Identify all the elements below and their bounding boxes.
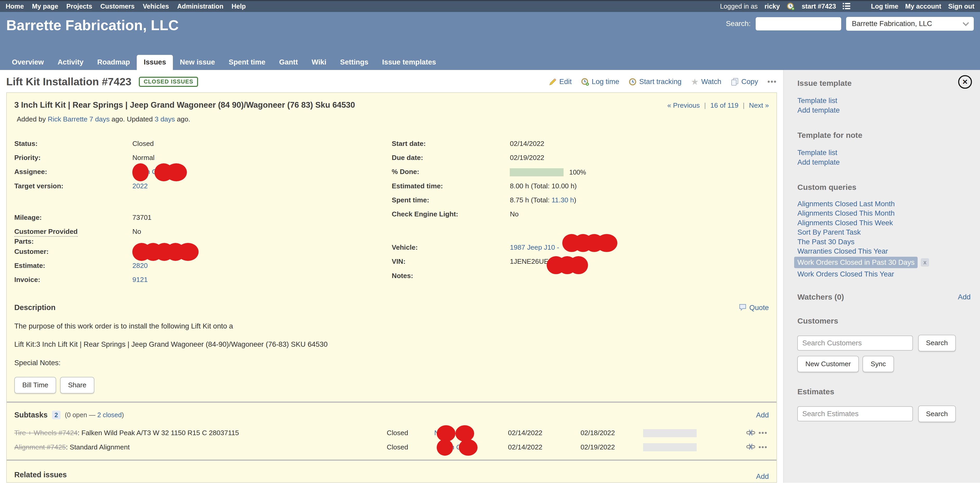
- subtasks-summary-text: ): [122, 411, 124, 419]
- subtask-text: : Falken Wild Peak A/T3 W 32 1150 R15 C …: [78, 429, 239, 437]
- search-estimates-input[interactable]: [797, 406, 913, 421]
- subtask-start-date: 02/14/2022: [508, 443, 581, 451]
- log-time-link[interactable]: Log time: [871, 3, 898, 10]
- query-link[interactable]: Alignments Closed This Week: [797, 218, 892, 228]
- topmenu-projects[interactable]: Projects: [66, 3, 92, 10]
- sync-button[interactable]: Sync: [862, 356, 894, 373]
- watch-button[interactable]: ★ Watch: [691, 78, 721, 86]
- quote-link[interactable]: Quote: [739, 303, 769, 312]
- due-date-label: Due date:: [392, 153, 510, 162]
- search-customers-button[interactable]: Search: [918, 335, 956, 351]
- description-header: Description Quote: [14, 303, 769, 312]
- copy-button[interactable]: Copy: [731, 78, 758, 86]
- pagination-position: 16 of 119: [710, 102, 738, 110]
- topmenu-customers[interactable]: Customers: [100, 3, 135, 10]
- log-time-button[interactable]: Log time: [581, 78, 619, 86]
- start-tracker-link[interactable]: start #7423: [802, 3, 836, 10]
- tab-spent-time[interactable]: Spent time: [222, 55, 272, 70]
- priority-label: Priority:: [14, 153, 132, 162]
- total-spent-time-link[interactable]: 11.30 h: [552, 196, 574, 204]
- new-customer-button[interactable]: New Customer: [797, 356, 859, 373]
- tab-gantt[interactable]: Gantt: [272, 55, 305, 70]
- unlink-icon[interactable]: [746, 443, 754, 451]
- topmenu-help[interactable]: Help: [232, 3, 246, 10]
- vin-label: VIN:: [392, 257, 510, 266]
- redaction-blob: [569, 256, 588, 274]
- more-actions-button[interactable]: •••: [767, 78, 777, 86]
- add-watcher-link[interactable]: Add: [958, 293, 972, 301]
- spent-time-label: Spent time:: [392, 195, 510, 205]
- redaction-blob: [596, 234, 617, 252]
- subtask-link[interactable]: Alignment #7425: [14, 443, 66, 451]
- tab-activity[interactable]: Activity: [51, 55, 91, 70]
- query-link[interactable]: The Past 30 Days: [797, 237, 854, 247]
- remove-query-button[interactable]: x: [921, 258, 929, 266]
- time-tracker-clock-icon[interactable]: [787, 2, 795, 10]
- previous-link[interactable]: « Previous: [667, 102, 700, 110]
- unlink-icon[interactable]: [746, 429, 754, 437]
- subtasks-summary: (0 open — 2 closed): [65, 411, 124, 419]
- add-subtask-link[interactable]: Add: [756, 411, 769, 419]
- topmenu-home[interactable]: Home: [6, 3, 24, 10]
- query-link[interactable]: Work Orders Closed This Year: [797, 269, 894, 279]
- added-ago-link[interactable]: 7 days: [89, 115, 110, 123]
- topmenu-vehicles[interactable]: Vehicles: [143, 3, 169, 10]
- subtask-link[interactable]: Tire + Wheels #7424: [14, 429, 78, 437]
- tab-roadmap[interactable]: Roadmap: [91, 55, 137, 70]
- query-link[interactable]: Alignments Closed Last Month: [797, 199, 895, 209]
- tab-settings[interactable]: Settings: [333, 55, 375, 70]
- tab-issues[interactable]: Issues: [137, 55, 173, 70]
- template-list-link[interactable]: Template list: [797, 96, 837, 105]
- start-tracking-button[interactable]: Start tracking: [628, 78, 682, 86]
- author-link[interactable]: Rick Barrette: [48, 115, 88, 123]
- search-customers-input[interactable]: [797, 336, 913, 351]
- vin-value: 1JENE26UE: [510, 257, 588, 266]
- issue-subject: 3 Inch Lift Kit | Rear Springs | Jeep Gr…: [14, 100, 355, 110]
- share-button[interactable]: Share: [60, 377, 94, 394]
- note-add-template-link[interactable]: Add template: [797, 157, 840, 167]
- tab-issue-templates[interactable]: Issue templates: [375, 55, 443, 70]
- topmenu-administration[interactable]: Administration: [177, 3, 223, 10]
- updated-ago-link[interactable]: 3 days: [155, 115, 175, 123]
- search-estimates-button[interactable]: Search: [918, 405, 956, 422]
- status-badge: CLOSED ISSUES: [139, 77, 198, 87]
- notes-label: Notes:: [392, 271, 510, 281]
- query-link[interactable]: Warranties Closed This Year: [797, 247, 888, 256]
- redaction-blob: [437, 439, 453, 456]
- tab-new-issue[interactable]: New issue: [173, 55, 222, 70]
- subtasks-header: Subtasks 2 (0 open — 2 closed) Add: [14, 411, 769, 419]
- status-value: Closed: [132, 139, 154, 148]
- query-link[interactable]: Alignments Closed This Month: [797, 209, 894, 218]
- done-label: % Done:: [392, 167, 510, 176]
- subtask-more-button[interactable]: •••: [759, 429, 768, 437]
- add-related-issue-link[interactable]: Add: [756, 472, 769, 481]
- watchers-header: Watchers (0) Add: [797, 293, 972, 301]
- invoice-link[interactable]: 9121: [132, 276, 148, 284]
- project-select[interactable]: Barrette Fabrication, LLC: [846, 17, 974, 31]
- next-link[interactable]: Next »: [749, 102, 768, 110]
- sign-out-link[interactable]: Sign out: [948, 3, 974, 10]
- edit-button[interactable]: Edit: [549, 78, 572, 86]
- note-template-list-link[interactable]: Template list: [797, 148, 837, 157]
- customer-provided-parts-label-line2: Parts:: [14, 238, 34, 245]
- tab-overview[interactable]: Overview: [5, 55, 51, 70]
- description-line: The purpose of this work order is to ins…: [14, 322, 769, 330]
- selected-query-row: Work Orders Closed in Past 30 Days x: [797, 257, 929, 268]
- subtask-more-button[interactable]: •••: [759, 443, 768, 451]
- tab-wiki[interactable]: Wiki: [305, 55, 333, 70]
- closed-subtasks-link[interactable]: 2 closed: [97, 411, 122, 419]
- add-template-link[interactable]: Add template: [797, 105, 840, 115]
- spent-time-value: 8.75 h (Total: 11.30 h): [510, 195, 576, 205]
- vehicle-link[interactable]: 1987 Jeep J10 -: [510, 244, 559, 251]
- my-account-link[interactable]: My account: [905, 3, 941, 10]
- tracker-menu-icon[interactable]: [843, 2, 851, 10]
- target-version-link[interactable]: 2022: [132, 182, 148, 190]
- estimate-link[interactable]: 2820: [132, 261, 148, 269]
- pagination-separator: |: [704, 102, 706, 110]
- bill-time-button[interactable]: Bill Time: [14, 377, 56, 394]
- query-link-selected[interactable]: Work Orders Closed in Past 30 Days: [794, 257, 918, 268]
- search-input[interactable]: [756, 17, 841, 30]
- close-sidebar-button[interactable]: ✕: [958, 75, 972, 89]
- topmenu-my-page[interactable]: My page: [32, 3, 58, 10]
- query-link[interactable]: Sort By Parent Task: [797, 228, 861, 237]
